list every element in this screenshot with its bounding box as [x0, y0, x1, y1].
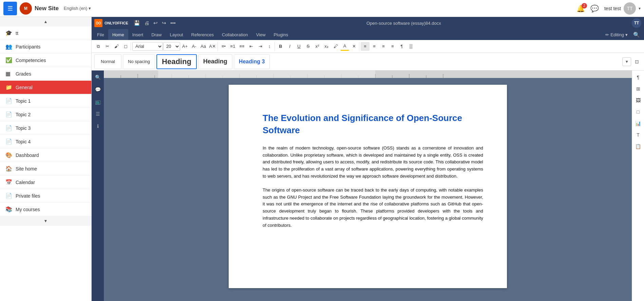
oo-comment-button[interactable]: 💬 [93, 85, 102, 94]
hamburger-menu[interactable]: ☰ [3, 2, 17, 15]
document-paragraph-2[interactable]: The origins of open-source software can … [263, 187, 483, 229]
oo-save-icon[interactable]: 💾 [134, 20, 140, 26]
case-button[interactable]: Aa [199, 42, 208, 51]
sidebar-item-grades[interactable]: ▦ Grades [0, 67, 91, 81]
document-paragraph-1[interactable]: In the realm of modern technology, open-… [263, 145, 483, 180]
language-selector[interactable]: English (en) ▾ [64, 6, 91, 11]
align-center-button[interactable]: ≡ [370, 42, 379, 51]
align-right-button[interactable]: ≡ [379, 42, 388, 51]
oo-menu-references[interactable]: References [187, 29, 218, 40]
font-family-select[interactable]: Arial [132, 42, 163, 51]
user-area[interactable]: test test TT ▾ [604, 2, 641, 15]
oo-menu-plugins[interactable]: Plugins [270, 29, 292, 40]
superscript-button[interactable]: x² [313, 42, 322, 51]
decrease-indent-button[interactable]: ⇤ [247, 42, 255, 51]
oo-menu-layout[interactable]: Layout [166, 29, 187, 40]
rp-shape-button[interactable]: □ [633, 107, 643, 117]
bold-button[interactable]: B [276, 42, 285, 51]
sidebar-item-site-home[interactable]: 🏠 Site home [0, 162, 91, 176]
style-no-spacing-button[interactable]: No spacing [123, 54, 155, 69]
increase-indent-button[interactable]: ⇥ [256, 42, 265, 51]
oo-menu-view[interactable]: View [252, 29, 270, 40]
rp-chart-button[interactable]: 📊 [633, 119, 643, 128]
paragraph-group: ≡• ≡1 ≡≡ ⇤ ⇥ ↕ [219, 42, 275, 51]
copy-button[interactable]: ⧉ [94, 42, 102, 51]
sidebar-item-topic2[interactable]: 📄 Topic 2 [0, 108, 91, 121]
styles-expand-button[interactable]: ▾ [622, 57, 631, 66]
select-all-button[interactable]: ⊡ [632, 57, 641, 66]
oo-menu-draw[interactable]: Draw [147, 29, 166, 40]
oo-editing-badge[interactable]: ✏ Editing ▾ [603, 29, 630, 40]
style-heading2-button[interactable]: Heading [198, 54, 232, 69]
sidebar-item-tt[interactable]: 🎓 tt [0, 26, 91, 40]
private-files-icon: 📄 [5, 193, 12, 199]
multilevel-list-button[interactable]: ≡≡ [238, 42, 246, 51]
underline-button[interactable]: U [295, 42, 303, 51]
cut-button[interactable]: ✂ [103, 42, 112, 51]
numbered-list-button[interactable]: ≡1 [228, 42, 237, 51]
oo-menu-file[interactable]: File [93, 29, 108, 40]
decrease-font-button[interactable]: A- [190, 42, 198, 51]
style-heading1-button[interactable]: Heading [156, 54, 197, 69]
italic-button[interactable]: I [285, 42, 294, 51]
sidebar-item-my-courses[interactable]: 📚 My courses [0, 203, 91, 216]
sidebar-item-tt-label: tt [16, 31, 18, 36]
shade-button[interactable]: ▒ [406, 42, 415, 51]
rp-image-button[interactable]: 🖼 [633, 96, 643, 105]
oo-print-icon[interactable]: 🖨 [144, 20, 149, 26]
oo-search-button[interactable]: 🔍 [630, 29, 643, 40]
rp-nonprint-button[interactable]: ¶ [633, 73, 643, 82]
oo-track-changes-button[interactable]: 📺 [93, 97, 102, 106]
rp-clipboard-button[interactable]: 📋 [633, 142, 643, 151]
chat-icon[interactable]: 💬 [590, 4, 599, 13]
sidebar-item-general[interactable]: 📁 General [0, 81, 91, 94]
oo-redo-icon[interactable]: ↪ [162, 20, 166, 26]
line-spacing-button[interactable]: ↕ [265, 42, 274, 51]
align-left-button[interactable]: ≡ [361, 42, 370, 51]
strikethrough-button[interactable]: S [304, 42, 312, 51]
sidebar-item-topic1[interactable]: 📄 Topic 1 [0, 94, 91, 108]
font-size-select[interactable]: 20 [163, 42, 180, 51]
justify-button[interactable]: ≡ [388, 42, 397, 51]
sidebar-item-dashboard[interactable]: 🎨 Dashboard [0, 148, 91, 162]
oo-navigation-button[interactable]: ☰ [93, 109, 102, 119]
oo-right-panel: ¶ ⊞ 🖼 □ 📊 T 📋 [632, 71, 644, 301]
oo-menu-home[interactable]: Home [108, 29, 128, 40]
clear-format-btn2[interactable]: A✕ [208, 42, 217, 51]
clear-text-button[interactable]: ✕ [349, 42, 358, 51]
sidebar-item-participants[interactable]: 👥 Participants [0, 40, 91, 54]
sidebar-item-private-files[interactable]: 📄 Private files [0, 189, 91, 203]
rp-text-button[interactable]: T [633, 130, 643, 140]
oo-undo-icon[interactable]: ↩ [153, 20, 158, 26]
oo-menu-insert[interactable]: Insert [128, 29, 148, 40]
bullet-list-button[interactable]: ≡• [219, 42, 228, 51]
highlight-button[interactable]: 🖊 [331, 42, 340, 51]
sidebar-item-competencies[interactable]: ✅ Competencies [0, 54, 91, 67]
sidebar-scroll-down[interactable]: ▼ [0, 216, 91, 226]
nonprint-button[interactable]: ¶ [397, 42, 406, 51]
sidebar-item-topic4[interactable]: 📄 Topic 4 [0, 135, 91, 148]
clear-format-button[interactable]: ◻ [121, 42, 130, 51]
sidebar-scroll-up[interactable]: ▲ [0, 17, 91, 26]
oo-info-button[interactable]: ℹ [93, 121, 102, 131]
increase-font-button[interactable]: A+ [181, 42, 189, 51]
text-format-group: B I U S x² x₂ 🖊 A ✕ [276, 42, 359, 51]
site-logo: M [20, 2, 32, 15]
sidebar-item-topic3[interactable]: 📄 Topic 3 [0, 121, 91, 135]
style-normal-button[interactable]: Normal [94, 54, 121, 69]
oo-menu-collaboration[interactable]: Collaboration [218, 29, 252, 40]
document-scroll-area[interactable]: The Evolution and Significance of Open-S… [104, 78, 632, 301]
rp-table-button[interactable]: ⊞ [633, 84, 643, 94]
font-color-button[interactable]: A [340, 42, 349, 51]
sidebar-item-calendar[interactable]: 📅 Calendar [0, 176, 91, 189]
graduation-icon: 🎓 [5, 30, 12, 36]
subscript-button[interactable]: x₂ [322, 42, 331, 51]
oo-left-toolbar: 🔍 💬 📺 ☰ ℹ [92, 71, 104, 301]
style-heading3-button[interactable]: Heading 3 [234, 54, 270, 69]
format-painter-button[interactable]: 🖌 [112, 42, 121, 51]
oo-find-button[interactable]: 🔍 [93, 73, 102, 82]
notification-bell[interactable]: 🔔 2 [576, 4, 585, 13]
doc-center: The Evolution and Significance of Open-S… [104, 71, 632, 301]
oo-more-icon[interactable]: ••• [170, 20, 176, 26]
oo-menu-bar: File Home Insert Draw Layout References … [92, 29, 644, 40]
